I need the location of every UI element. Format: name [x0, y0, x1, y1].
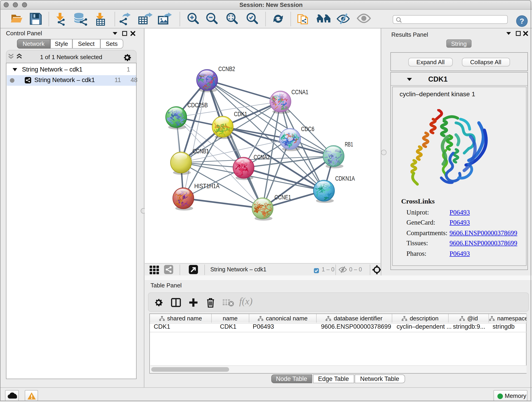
svg-text:?: ?	[520, 17, 524, 25]
svg-text:CDC25B: CDC25B	[187, 102, 208, 109]
svg-text:CCNB2: CCNB2	[218, 65, 235, 72]
svg-text:CCNB1: CCNB1	[193, 148, 209, 155]
svg-text:CDC6: CDC6	[301, 126, 314, 133]
svg-text:CCNA2: CCNA2	[254, 154, 270, 161]
svg-text:CCNA1: CCNA1	[291, 89, 308, 96]
svg-text:CDK1: CDK1	[234, 111, 247, 118]
svg-text:HIST1H1A: HIST1H1A	[194, 183, 220, 190]
svg-text:RB1: RB1	[345, 141, 353, 148]
svg-text:CDKN1A: CDKN1A	[335, 175, 355, 182]
svg-text:CCNE1: CCNE1	[274, 194, 291, 201]
